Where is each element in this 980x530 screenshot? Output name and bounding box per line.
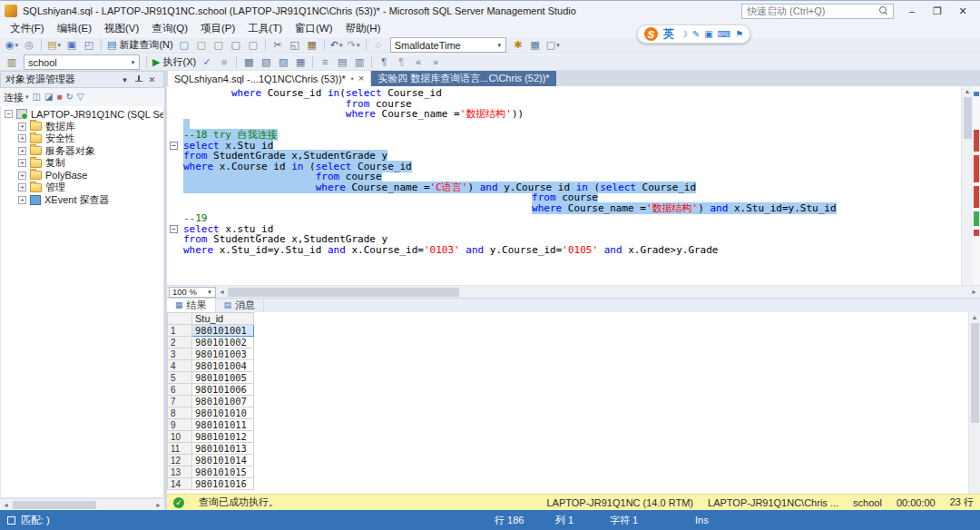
document-tab-2[interactable]: 实验四 数据库查询语言...C\Chris (52))* <box>371 71 555 86</box>
grid-cell[interactable]: 980101006 <box>192 384 254 396</box>
tree-node-4[interactable]: +复制 <box>1 157 163 170</box>
row-number-cell[interactable]: 14 <box>168 478 192 490</box>
grid-corner-cell[interactable] <box>168 313 192 325</box>
halfmoon-icon[interactable]: ☽ <box>680 30 688 39</box>
mdx-query-icon[interactable]: ▢ <box>193 37 210 53</box>
object-explorer-root-node[interactable]: −LAPTOP-JR91Q1NC (SQL Server 14.0. <box>1 108 163 121</box>
scroll-up-icon[interactable]: ▲ <box>965 86 971 96</box>
keyboard-icon[interactable]: ⌨ <box>718 30 730 39</box>
fold-collapse-icon[interactable]: − <box>170 142 178 150</box>
window-position-icon[interactable]: ▾ <box>118 75 132 84</box>
menu-item-8[interactable]: 帮助(H) <box>339 22 387 35</box>
tree-node-7[interactable]: +XEvent 探查器 <box>1 194 163 207</box>
save-all-icon[interactable]: ◰ <box>81 37 97 53</box>
results-tab-2[interactable]: ▤消息 <box>216 299 265 312</box>
tree-node-5[interactable]: +PolyBase <box>1 170 163 182</box>
tree-node-6[interactable]: +管理 <box>1 182 163 194</box>
stop-icon[interactable]: ■ <box>56 93 62 102</box>
code-line[interactable]: --18 try 自我连接 <box>167 130 961 141</box>
expand-icon[interactable]: + <box>18 134 26 142</box>
row-number-cell[interactable]: 5 <box>168 372 192 384</box>
row-number-cell[interactable]: 1 <box>168 325 192 337</box>
tree-node-3[interactable]: +服务器对象 <box>1 145 163 158</box>
paste-icon[interactable]: ▦ <box>304 37 320 53</box>
undo-icon[interactable]: ↶▾ <box>328 37 345 53</box>
grid-cell[interactable]: 980101003 <box>192 348 254 360</box>
row-number-cell[interactable]: 10 <box>168 431 192 443</box>
collapse-icon[interactable]: − <box>5 110 13 118</box>
copy-icon[interactable]: ◱ <box>287 37 303 53</box>
code-line[interactable]: from course <box>167 172 961 182</box>
grid-cell[interactable]: 980101016 <box>192 478 254 490</box>
open-file-icon[interactable]: ▤▾ <box>45 37 63 53</box>
menu-item-2[interactable]: 编辑(E) <box>51 22 98 35</box>
estimated-plan-icon[interactable]: ▧ <box>258 54 274 70</box>
row-number-cell[interactable]: 4 <box>168 360 192 372</box>
maximize-button[interactable]: ❐ <box>925 2 950 20</box>
expand-icon[interactable]: + <box>18 196 26 204</box>
fold-collapse-icon[interactable]: − <box>170 225 178 233</box>
scroll-thumb[interactable] <box>13 501 96 509</box>
code-line[interactable]: from StudentGrade x,StudentGrade y <box>167 151 961 162</box>
pin-icon[interactable] <box>132 74 145 84</box>
code-line[interactable]: --19 <box>167 213 961 224</box>
cut-icon[interactable]: ✂ <box>270 37 286 53</box>
save-icon[interactable]: ▣ <box>64 37 80 53</box>
picture-icon[interactable]: ▣ <box>704 30 712 39</box>
results-to-text-icon[interactable]: ≡ <box>317 54 333 70</box>
sogou-input-bar[interactable]: S 英 ☽✎▣⌨⚑ <box>637 25 750 44</box>
object-explorer-hscrollbar[interactable]: ◄ ► <box>0 498 164 510</box>
menu-item-6[interactable]: 工具(T) <box>241 22 289 35</box>
find-icon[interactable]: ◌ <box>370 37 387 53</box>
filter-icon[interactable]: ▽ <box>77 93 84 102</box>
grid-cell[interactable]: 980101002 <box>192 337 254 348</box>
scroll-left-icon[interactable]: ◄ <box>0 502 12 508</box>
document-tab-1[interactable]: SQLshiyan4.sql -...1Q1NC\Chris (53))*▪× <box>168 71 370 86</box>
editor-vscrollbar[interactable]: ▲ <box>961 86 973 285</box>
outdent-icon[interactable]: « <box>410 54 426 70</box>
available-databases-combo[interactable]: school▾ <box>24 54 140 70</box>
xmla-query-icon[interactable]: ▢ <box>228 37 244 53</box>
redo-icon[interactable]: ↷▾ <box>346 37 362 53</box>
scroll-right-icon[interactable]: ► <box>968 289 980 295</box>
grid-cell[interactable]: 980101011 <box>192 419 254 431</box>
grid-cell[interactable]: 980101005 <box>192 372 254 384</box>
ime-mode-indicator[interactable]: 英 <box>663 26 674 42</box>
grid-vscrollbar[interactable]: ▲ <box>968 312 980 494</box>
refresh-icon[interactable]: ↻ <box>65 93 73 102</box>
editor-hscrollbar[interactable] <box>228 287 968 298</box>
row-number-cell[interactable]: 6 <box>168 384 192 396</box>
results-to-file-icon[interactable]: ▥ <box>351 54 368 70</box>
expand-icon[interactable]: + <box>18 183 26 191</box>
results-to-grid-icon[interactable]: ▤ <box>334 54 350 70</box>
code-line[interactable] <box>167 120 961 131</box>
grid-cell[interactable]: 980101010 <box>192 407 254 419</box>
connect-dropdown-icon[interactable]: ◉▾ <box>4 37 20 53</box>
grid-cell[interactable]: 980101015 <box>192 466 254 478</box>
dmx-query-icon[interactable]: ▢ <box>211 37 227 53</box>
grid-cell[interactable]: 980101012 <box>192 431 254 443</box>
toolbox-icon[interactable]: ⚑ <box>735 30 743 39</box>
code-line[interactable]: where Course_name ='数据结构')) <box>167 109 961 120</box>
actual-plan-icon[interactable]: ▦ <box>292 54 309 70</box>
scroll-thumb[interactable] <box>971 323 979 423</box>
tree-node-2[interactable]: +安全性 <box>1 132 163 145</box>
quick-launch-search[interactable]: 快速启动 (Ctrl+Q) <box>741 4 894 19</box>
scroll-up-icon[interactable]: ▲ <box>972 312 978 322</box>
row-number-cell[interactable]: 2 <box>168 337 192 348</box>
code-line[interactable]: where Course_name ='数据结构') and x.Stu_id=… <box>167 203 961 214</box>
grid-cell[interactable]: 980101001 <box>192 325 254 337</box>
grid-cell[interactable]: 980101004 <box>192 360 254 372</box>
indent-icon[interactable]: » <box>427 54 444 70</box>
results-tab-1[interactable]: ▦结果 <box>167 299 216 312</box>
grid-cell[interactable]: 980101007 <box>192 396 254 407</box>
expand-icon[interactable]: + <box>18 147 26 155</box>
row-number-cell[interactable]: 13 <box>168 466 192 478</box>
row-number-cell[interactable]: 11 <box>168 443 192 455</box>
code-editor[interactable]: where Course_id in(select Course_id from… <box>167 86 961 285</box>
tree-node-1[interactable]: +数据库 <box>1 121 163 133</box>
scroll-thumb[interactable] <box>964 97 972 139</box>
menu-item-5[interactable]: 项目(P) <box>194 22 241 35</box>
close-button[interactable]: ✕ <box>950 2 975 20</box>
row-number-cell[interactable]: 3 <box>168 348 192 360</box>
